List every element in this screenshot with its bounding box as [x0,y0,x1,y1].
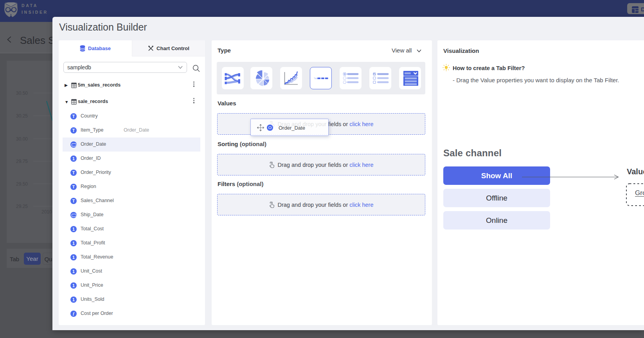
svg-text:Tab: Tab [314,77,318,80]
